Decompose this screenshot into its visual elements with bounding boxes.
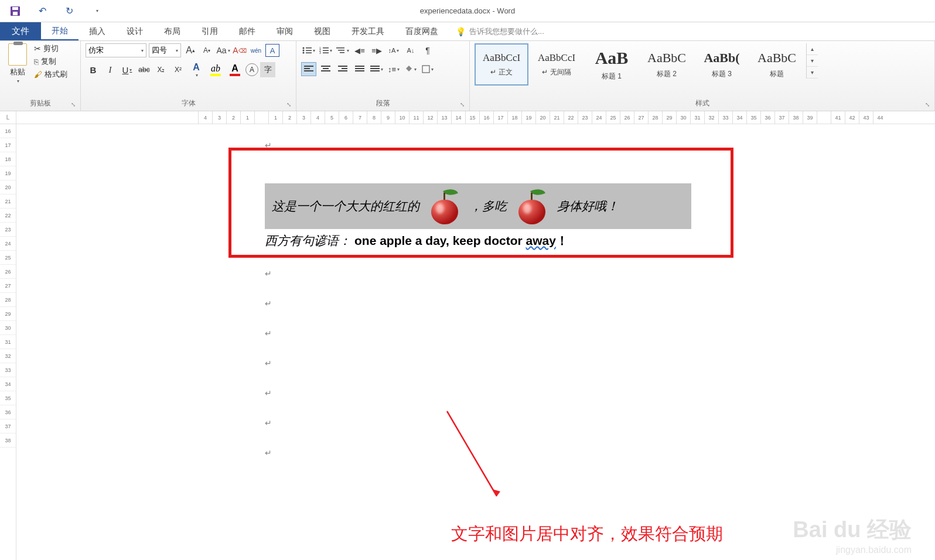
tell-me-input[interactable]: 💡 告诉我您想要做什么... <box>449 22 551 40</box>
svg-rect-33 <box>422 66 429 73</box>
ruler-corner: L <box>0 111 16 124</box>
ruler-row: L 43211234567891011121314151617181920212… <box>0 111 935 124</box>
underline-button[interactable]: U▾ <box>120 62 135 77</box>
show-marks-button[interactable]: ¶ <box>420 43 435 57</box>
grow-font-button[interactable]: A▴ <box>183 43 197 57</box>
group-label: 段落 <box>301 97 465 111</box>
style-card[interactable]: AaBbC标题 <box>750 43 804 86</box>
qat-customize-icon[interactable]: ▾ <box>89 3 105 19</box>
tab-developer[interactable]: 开发工具 <box>341 22 395 40</box>
quick-access-toolbar: ↶ ↻ ▾ <box>0 3 112 19</box>
strike-button[interactable]: abc <box>137 62 152 77</box>
style-card[interactable]: AaBbCcI↵ 正文 <box>475 43 528 86</box>
svg-rect-28 <box>355 68 364 69</box>
tab-design[interactable]: 设计 <box>116 22 153 40</box>
borders-button[interactable]: ▾ <box>420 62 435 76</box>
paste-button[interactable]: 粘贴 ▾ <box>5 43 30 84</box>
style-card[interactable]: AaBbC标题 2 <box>640 43 694 86</box>
multilevel-button[interactable]: ▾ <box>335 43 350 57</box>
copy-icon: ⎘ <box>34 57 39 66</box>
styles-scroll[interactable]: ▴ ▾ ▾ <box>806 43 818 78</box>
text-effect-button[interactable]: A▾ <box>187 62 205 77</box>
numbering-button[interactable]: 123▾ <box>318 43 333 57</box>
horizontal-ruler[interactable]: 4321123456789101112131415161718192021222… <box>16 111 935 124</box>
vertical-ruler[interactable]: 1617181920212223242526272829303132333435… <box>0 124 16 560</box>
tab-home[interactable]: 开始 <box>41 22 79 40</box>
justify-button[interactable] <box>352 62 367 76</box>
font-color-button[interactable]: A <box>226 62 244 77</box>
annotation-arrow-icon <box>444 408 509 508</box>
styles-more-icon[interactable]: ▾ <box>807 67 818 78</box>
style-card[interactable]: AaB标题 1 <box>585 43 639 86</box>
highlight-button[interactable]: ab <box>207 62 224 77</box>
svg-text:3: 3 <box>319 51 321 54</box>
title-bar: ↶ ↻ ▾ experiencedata.docx - Word <box>0 0 935 22</box>
clear-format-button[interactable]: A⌫ <box>233 43 247 57</box>
dialog-launcher-icon[interactable]: ⤡ <box>925 101 932 108</box>
group-clipboard: 粘贴 ▾ ✂剪切 ⎘复制 🖌格式刷 剪贴板 ⤡ <box>0 41 81 111</box>
bullets-button[interactable]: ▾ <box>301 43 316 57</box>
copy-button[interactable]: ⎘复制 <box>34 56 67 67</box>
increase-indent-button[interactable]: ≡▶ <box>369 43 384 57</box>
dialog-launcher-icon[interactable]: ⤡ <box>71 101 78 108</box>
svg-rect-30 <box>370 66 380 67</box>
svg-rect-2 <box>13 12 18 15</box>
dialog-launcher-icon[interactable]: ⤡ <box>460 101 467 108</box>
decrease-indent-button[interactable]: ◀≡ <box>352 43 367 57</box>
align-center-button[interactable] <box>318 62 333 76</box>
font-name-select[interactable]: 仿宋▾ <box>86 43 146 57</box>
sort-button[interactable]: A↓ <box>403 43 418 57</box>
scroll-down-icon[interactable]: ▾ <box>807 55 818 67</box>
apple-image[interactable] <box>515 188 549 224</box>
shrink-font-button[interactable]: A▾ <box>200 43 214 57</box>
svg-rect-20 <box>304 70 313 71</box>
pinyin-button[interactable]: wén <box>249 43 263 57</box>
cut-button[interactable]: ✂剪切 <box>34 43 67 54</box>
format-painter-button[interactable]: 🖌格式刷 <box>34 69 67 80</box>
svg-rect-19 <box>304 68 310 69</box>
apple-image[interactable] <box>428 188 462 224</box>
svg-rect-16 <box>338 50 344 51</box>
font-size-select[interactable]: 四号▾ <box>149 43 181 57</box>
distribute-button[interactable]: ▾ <box>369 62 384 76</box>
char-shading-button[interactable]: A <box>245 63 258 76</box>
style-card[interactable]: AaBb(标题 3 <box>695 43 749 86</box>
save-button[interactable] <box>7 3 23 19</box>
shading-button[interactable]: ▾ <box>403 62 418 76</box>
bold-button[interactable]: B <box>86 62 101 77</box>
scroll-up-icon[interactable]: ▴ <box>807 43 818 55</box>
tab-baidu[interactable]: 百度网盘 <box>395 22 449 40</box>
dialog-launcher-icon[interactable]: ⤡ <box>286 101 294 108</box>
text-line[interactable]: 西方有句谚语： one apple a day, keep doctor awa… <box>265 233 842 249</box>
undo-button[interactable]: ↶ <box>34 3 50 19</box>
char-border-button[interactable]: A <box>265 44 279 57</box>
line-spacing-button[interactable]: ↕≡▾ <box>386 62 401 76</box>
enclose-char-button[interactable]: 字 <box>260 62 275 77</box>
svg-line-34 <box>447 411 497 496</box>
tab-insert[interactable]: 插入 <box>79 22 116 40</box>
tab-layout[interactable]: 布局 <box>153 22 191 40</box>
document-canvas[interactable]: ↵ 这是一个一个大大的红红的 ，多吃 身体好哦！ 西方有句谚语： one app… <box>16 124 935 560</box>
annotation-text: 文字和图片居中对齐，效果符合预期 <box>451 523 723 546</box>
superscript-button[interactable]: X² <box>170 62 186 77</box>
italic-button[interactable]: I <box>103 62 118 77</box>
text-direction-button[interactable]: ↕A▾ <box>386 43 401 57</box>
svg-rect-17 <box>340 52 344 53</box>
svg-rect-24 <box>338 66 347 67</box>
tab-review[interactable]: 审阅 <box>266 22 303 40</box>
align-left-button[interactable] <box>301 62 316 76</box>
highlighted-line[interactable]: 这是一个一个大大的红红的 ，多吃 身体好哦！ <box>265 183 691 229</box>
tab-mailings[interactable]: 邮件 <box>228 22 266 40</box>
align-right-button[interactable] <box>335 62 350 76</box>
text-run: 身体好哦！ <box>557 198 619 214</box>
tab-view[interactable]: 视图 <box>303 22 341 40</box>
change-case-button[interactable]: Aa▾ <box>216 43 230 57</box>
tab-references[interactable]: 引用 <box>191 22 228 40</box>
redo-button[interactable]: ↻ <box>61 3 77 19</box>
subscript-button[interactable]: X₂ <box>153 62 169 77</box>
style-card[interactable]: AaBbCcI↵ 无间隔 <box>530 43 583 86</box>
ribbon-tabs: 文件 开始 插入 设计 布局 引用 邮件 审阅 视图 开发工具 百度网盘 💡 告… <box>0 22 935 41</box>
tab-file[interactable]: 文件 <box>0 22 41 40</box>
group-label: 剪贴板 <box>5 97 76 111</box>
styles-gallery[interactable]: AaBbCcI↵ 正文AaBbCcI↵ 无间隔AaB标题 1AaBbC标题 2A… <box>475 43 804 86</box>
